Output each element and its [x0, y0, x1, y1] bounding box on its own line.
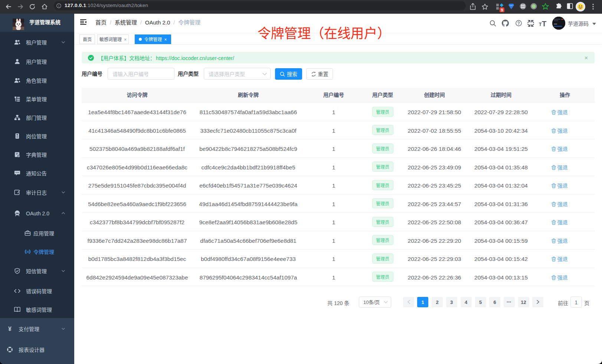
svg-text:T: T: [542, 20, 546, 27]
svg-text:9: 9: [501, 8, 503, 12]
svg-text:(a): (a): [26, 250, 30, 254]
svg-text:¥: ¥: [8, 326, 12, 332]
svg-text:T: T: [539, 22, 542, 27]
